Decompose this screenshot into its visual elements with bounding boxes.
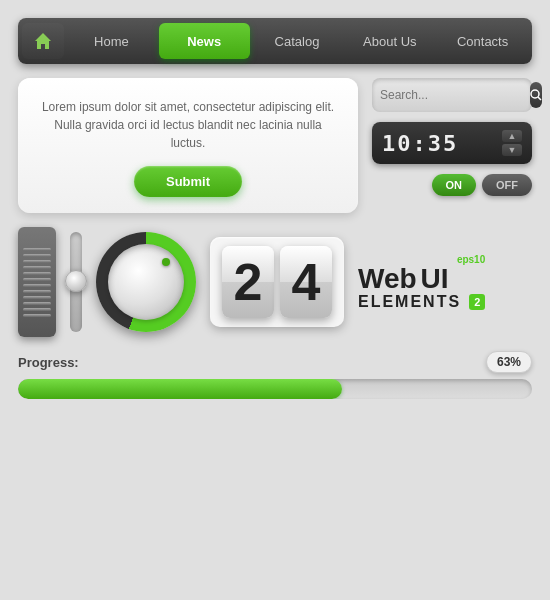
knob-inner[interactable]	[108, 244, 184, 320]
toggle-on-button[interactable]: ON	[432, 174, 477, 196]
nav-item-news[interactable]: News	[159, 23, 250, 59]
nav-item-about[interactable]: About Us	[344, 23, 435, 59]
ridge	[23, 254, 51, 257]
ridge	[23, 290, 51, 293]
knob-container[interactable]	[96, 232, 196, 332]
ridge	[23, 248, 51, 251]
brand-part-badge: 2	[469, 294, 485, 310]
nav-item-contacts[interactable]: Contacts	[437, 23, 528, 59]
ridge	[23, 296, 51, 299]
search-button[interactable]	[530, 82, 542, 108]
nav-item-home[interactable]: Home	[66, 23, 157, 59]
brand-web: Web	[358, 265, 417, 293]
progress-section: Progress: 63%	[18, 351, 532, 399]
brand-eps: eps10	[457, 254, 485, 265]
ridge	[23, 302, 51, 305]
progress-label-row: Progress: 63%	[18, 351, 532, 373]
svg-marker-0	[35, 33, 51, 49]
clock-display: 10:35	[382, 131, 458, 156]
progress-label: Progress:	[18, 355, 79, 370]
ridge	[23, 308, 51, 311]
content-card: Lorem ipsum dolor sit amet, consectetur …	[18, 78, 358, 213]
navbar: Home News Catalog About Us Contacts	[18, 18, 532, 64]
toggle-row: ON OFF	[372, 174, 532, 196]
svg-line-2	[538, 97, 541, 100]
ridge	[23, 260, 51, 263]
brand-elements: ELEMENTS	[358, 293, 461, 311]
clock-arrows: ▲ ▼	[502, 130, 522, 156]
brand-ui: UI	[421, 265, 449, 293]
bottom-controls: 2 4 eps10 Web UI ELEMENTS 2	[18, 227, 532, 337]
ridge	[23, 314, 51, 317]
nav-home-button[interactable]	[22, 23, 64, 59]
branding: eps10 Web UI ELEMENTS 2	[358, 254, 485, 311]
flip-digit-2: 4	[280, 246, 332, 318]
ridge	[23, 266, 51, 269]
mini-slider-track[interactable]	[70, 232, 82, 332]
knob-ring[interactable]	[96, 232, 196, 332]
clock-up-button[interactable]: ▲	[502, 130, 522, 142]
card-text: Lorem ipsum dolor sit amet, consectetur …	[40, 98, 336, 152]
flip-digit-1: 2	[222, 246, 274, 318]
right-controls: 10:35 ▲ ▼ ON OFF	[372, 78, 532, 213]
knob-dot	[162, 258, 170, 266]
search-input[interactable]	[380, 88, 530, 102]
submit-button[interactable]: Submit	[134, 166, 242, 197]
ridge	[23, 278, 51, 281]
nav-item-catalog[interactable]: Catalog	[252, 23, 343, 59]
toggle-off-button[interactable]: OFF	[482, 174, 532, 196]
flip-clock: 2 4	[210, 237, 344, 327]
mini-slider-container[interactable]	[70, 227, 82, 337]
clock-down-button[interactable]: ▼	[502, 144, 522, 156]
progress-track[interactable]	[18, 379, 532, 399]
svg-point-1	[531, 90, 539, 98]
search-bar	[372, 78, 532, 112]
middle-row: Lorem ipsum dolor sit amet, consectetur …	[18, 78, 532, 213]
progress-fill	[18, 379, 342, 399]
clock-widget: 10:35 ▲ ▼	[372, 122, 532, 164]
ridged-slider[interactable]	[18, 227, 56, 337]
progress-tooltip: 63%	[486, 351, 532, 373]
mini-slider-thumb[interactable]	[65, 270, 87, 292]
ridge	[23, 284, 51, 287]
ridge	[23, 272, 51, 275]
